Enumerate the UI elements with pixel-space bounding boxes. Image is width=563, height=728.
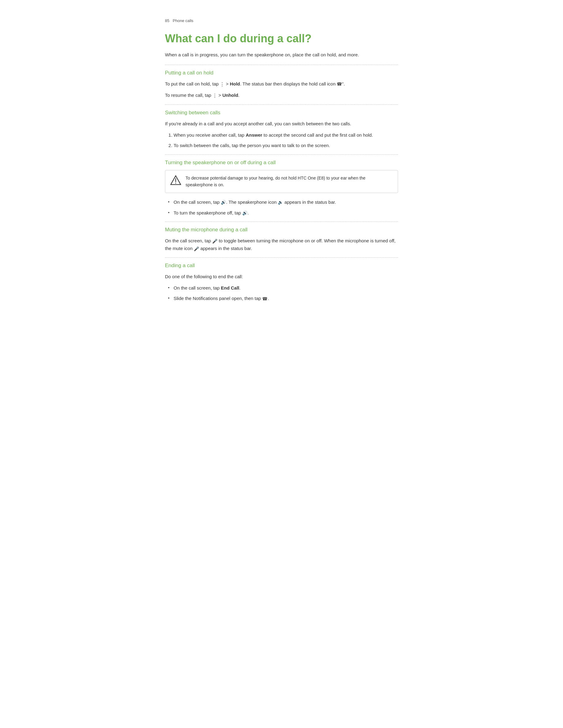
hold-label: Hold xyxy=(230,81,240,86)
warning-box: To decrease potential damage to your hea… xyxy=(165,170,398,193)
menu-dots-icon-2: ⋮ xyxy=(212,92,217,100)
switching-steps: When you receive another call, tap Answe… xyxy=(173,131,398,150)
section-body-putting-call-on-hold: To put the call on hold, tap ⋮ > Hold. T… xyxy=(165,80,398,100)
speaker-on-icon: 🔊 xyxy=(221,199,226,206)
section-title-muting: Muting the microphone during a call xyxy=(165,227,398,233)
section-body-ending-call: Do one of the following to end the call:… xyxy=(165,273,398,302)
mute-icon: 🎤 xyxy=(194,245,199,252)
muting-instruction: On the call screen, tap 🎤 to toggle betw… xyxy=(165,237,398,252)
section-muting-microphone: Muting the microphone during a call On t… xyxy=(165,222,398,252)
page-title: What can I do during a call? xyxy=(165,32,398,45)
section-title-putting-call-on-hold: Putting a call on hold xyxy=(165,70,398,76)
hold-call-icon: ☎" xyxy=(337,81,344,88)
intro-text: When a call is in progress, you can turn… xyxy=(165,51,398,59)
answer-label: Answer xyxy=(245,132,262,138)
ending-call-bullet-2: Slide the Notifications panel open, then… xyxy=(168,295,398,302)
section-body-switching-calls: If you're already in a call and you acce… xyxy=(165,120,398,150)
ending-call-bullet-1: On the call screen, tap End Call. xyxy=(168,284,398,292)
speakerphone-bullet-1: On the call screen, tap 🔊. The speakerph… xyxy=(168,199,398,206)
ending-call-intro: Do one of the following to end the call: xyxy=(165,273,398,281)
section-title-switching-calls: Switching between calls xyxy=(165,110,398,116)
page-number: 85 Phone calls xyxy=(165,18,398,23)
unhold-label: Unhold xyxy=(222,93,238,98)
warning-text: To decrease potential damage to your hea… xyxy=(185,175,393,188)
section-switching-calls: Switching between calls If you're alread… xyxy=(165,104,398,150)
section-putting-call-on-hold: Putting a call on hold To put the call o… xyxy=(165,65,398,100)
switching-step-1: When you receive another call, tap Answe… xyxy=(173,131,398,139)
speaker-off-icon: 🔊 xyxy=(242,210,247,217)
section-body-speakerphone: On the call screen, tap 🔊. The speakerph… xyxy=(165,199,398,217)
section-title-ending-call: Ending a call xyxy=(165,263,398,269)
section-body-muting: On the call screen, tap 🎤 to toggle betw… xyxy=(165,237,398,252)
hold-instruction-2: To resume the call, tap ⋮ > Unhold. xyxy=(165,92,398,99)
speakerphone-status-icon: 🔉 xyxy=(278,199,283,206)
warning-triangle-icon xyxy=(170,175,181,186)
section-ending-call: Ending a call Do one of the following to… xyxy=(165,257,398,302)
mic-toggle-icon: 🎤 xyxy=(212,238,217,245)
section-title-speakerphone: Turning the speakerphone on or off durin… xyxy=(165,160,398,166)
speakerphone-bullets: On the call screen, tap 🔊. The speakerph… xyxy=(168,199,398,217)
menu-dots-icon: ⋮ xyxy=(220,81,224,88)
speakerphone-bullet-2: To turn the speakerphone off, tap 🔊. xyxy=(168,209,398,217)
end-call-phone-icon: ☎ xyxy=(262,295,267,302)
ending-call-bullets: On the call screen, tap End Call. Slide … xyxy=(168,284,398,303)
end-call-label: End Call xyxy=(221,285,239,290)
svg-point-2 xyxy=(175,183,176,184)
hold-instruction-1: To put the call on hold, tap ⋮ > Hold. T… xyxy=(165,80,398,88)
switching-intro: If you're already in a call and you acce… xyxy=(165,120,398,128)
switching-step-2: To switch between the calls, tap the per… xyxy=(173,142,398,150)
section-speakerphone: Turning the speakerphone on or off durin… xyxy=(165,154,398,217)
